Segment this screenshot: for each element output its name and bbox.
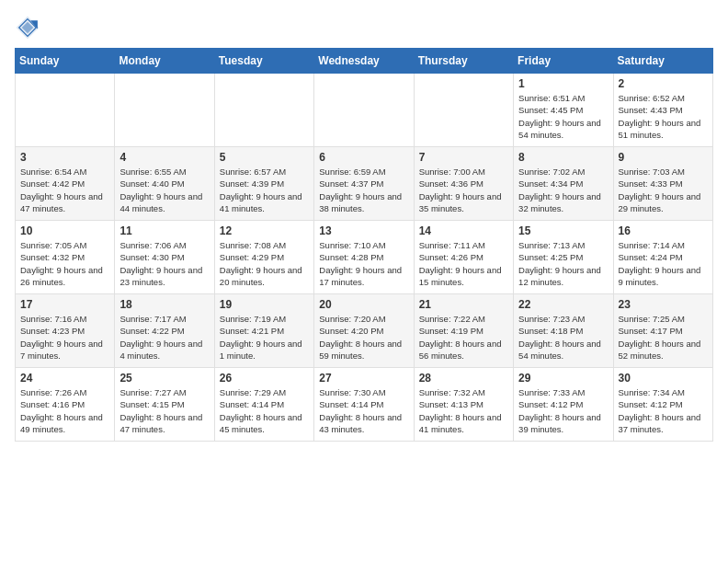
day-number: 23 [619, 298, 708, 311]
day-number: 3 [20, 151, 109, 164]
day-number: 11 [119, 224, 209, 237]
day-number: 25 [119, 372, 209, 385]
week-row-1: 3Sunrise: 6:54 AM Sunset: 4:42 PM Daylig… [16, 147, 713, 221]
day-number: 9 [619, 151, 708, 164]
day-info: Sunrise: 7:10 AM Sunset: 4:28 PM Dayligh… [319, 239, 408, 288]
logo [15, 15, 44, 40]
calendar-cell: 8Sunrise: 7:02 AM Sunset: 4:34 PM Daylig… [514, 147, 613, 221]
day-number: 2 [619, 77, 708, 90]
day-info: Sunrise: 6:59 AM Sunset: 4:37 PM Dayligh… [319, 166, 408, 214]
day-info: Sunrise: 7:11 AM Sunset: 4:26 PM Dayligh… [419, 239, 508, 288]
day-number: 22 [518, 298, 608, 311]
calendar-cell: 13Sunrise: 7:10 AM Sunset: 4:28 PM Dayli… [314, 221, 414, 294]
day-info: Sunrise: 7:25 AM Sunset: 4:17 PM Dayligh… [619, 313, 708, 362]
day-info: Sunrise: 7:27 AM Sunset: 4:15 PM Dayligh… [119, 386, 209, 435]
calendar-cell [16, 74, 115, 147]
day-number: 19 [220, 298, 309, 311]
calendar-cell [115, 74, 214, 147]
calendar-cell: 10Sunrise: 7:05 AM Sunset: 4:32 PM Dayli… [16, 221, 115, 294]
calendar-cell: 7Sunrise: 7:00 AM Sunset: 4:36 PM Daylig… [414, 147, 513, 221]
day-info: Sunrise: 7:05 AM Sunset: 4:32 PM Dayligh… [20, 239, 109, 288]
header-cell-saturday: Saturday [613, 49, 712, 74]
calendar-cell: 15Sunrise: 7:13 AM Sunset: 4:25 PM Dayli… [514, 221, 613, 294]
calendar-cell: 17Sunrise: 7:16 AM Sunset: 4:23 PM Dayli… [16, 294, 115, 368]
day-info: Sunrise: 7:14 AM Sunset: 4:24 PM Dayligh… [619, 239, 708, 288]
day-info: Sunrise: 7:02 AM Sunset: 4:34 PM Dayligh… [518, 166, 608, 214]
day-info: Sunrise: 7:08 AM Sunset: 4:29 PM Dayligh… [220, 239, 309, 288]
day-number: 7 [419, 151, 508, 164]
calendar-cell: 20Sunrise: 7:20 AM Sunset: 4:20 PM Dayli… [314, 294, 414, 368]
calendar-cell: 23Sunrise: 7:25 AM Sunset: 4:17 PM Dayli… [613, 294, 712, 368]
day-info: Sunrise: 7:22 AM Sunset: 4:19 PM Dayligh… [419, 313, 508, 362]
day-number: 10 [20, 224, 109, 237]
day-info: Sunrise: 7:23 AM Sunset: 4:18 PM Dayligh… [518, 313, 608, 362]
day-info: Sunrise: 6:54 AM Sunset: 4:42 PM Dayligh… [20, 166, 109, 214]
day-info: Sunrise: 7:00 AM Sunset: 4:36 PM Dayligh… [419, 166, 508, 214]
header-cell-thursday: Thursday [414, 49, 513, 74]
header [15, 15, 713, 40]
calendar-cell: 1Sunrise: 6:51 AM Sunset: 4:45 PM Daylig… [514, 74, 613, 147]
day-number: 20 [319, 298, 408, 311]
header-cell-tuesday: Tuesday [214, 49, 313, 74]
calendar-cell: 25Sunrise: 7:27 AM Sunset: 4:15 PM Dayli… [115, 368, 214, 442]
header-cell-sunday: Sunday [16, 49, 115, 74]
day-number: 26 [220, 372, 309, 385]
calendar-cell: 11Sunrise: 7:06 AM Sunset: 4:30 PM Dayli… [115, 221, 214, 294]
calendar-table: SundayMondayTuesdayWednesdayThursdayFrid… [15, 48, 713, 442]
calendar-cell [314, 74, 414, 147]
day-number: 4 [119, 151, 209, 164]
calendar-cell: 14Sunrise: 7:11 AM Sunset: 4:26 PM Dayli… [414, 221, 513, 294]
calendar-cell [214, 74, 313, 147]
day-info: Sunrise: 6:51 AM Sunset: 4:45 PM Dayligh… [518, 92, 608, 141]
day-number: 30 [619, 372, 708, 385]
day-info: Sunrise: 7:03 AM Sunset: 4:33 PM Dayligh… [619, 166, 708, 214]
calendar-cell: 29Sunrise: 7:33 AM Sunset: 4:12 PM Dayli… [514, 368, 613, 442]
header-cell-friday: Friday [514, 49, 613, 74]
week-row-4: 24Sunrise: 7:26 AM Sunset: 4:16 PM Dayli… [16, 368, 713, 442]
calendar-header: SundayMondayTuesdayWednesdayThursdayFrid… [16, 49, 713, 74]
day-info: Sunrise: 7:29 AM Sunset: 4:14 PM Dayligh… [220, 386, 309, 435]
day-number: 29 [518, 372, 608, 385]
week-row-2: 10Sunrise: 7:05 AM Sunset: 4:32 PM Dayli… [16, 221, 713, 294]
calendar-cell: 12Sunrise: 7:08 AM Sunset: 4:29 PM Dayli… [214, 221, 313, 294]
calendar-cell: 30Sunrise: 7:34 AM Sunset: 4:12 PM Dayli… [613, 368, 712, 442]
day-number: 27 [319, 372, 408, 385]
day-info: Sunrise: 6:55 AM Sunset: 4:40 PM Dayligh… [119, 166, 209, 214]
day-info: Sunrise: 7:19 AM Sunset: 4:21 PM Dayligh… [220, 313, 309, 362]
day-number: 15 [518, 224, 608, 237]
header-cell-wednesday: Wednesday [314, 49, 414, 74]
calendar-cell: 16Sunrise: 7:14 AM Sunset: 4:24 PM Dayli… [613, 221, 712, 294]
header-cell-monday: Monday [115, 49, 214, 74]
calendar-cell: 26Sunrise: 7:29 AM Sunset: 4:14 PM Dayli… [214, 368, 313, 442]
day-number: 6 [319, 151, 408, 164]
calendar-cell: 3Sunrise: 6:54 AM Sunset: 4:42 PM Daylig… [16, 147, 115, 221]
day-info: Sunrise: 7:32 AM Sunset: 4:13 PM Dayligh… [419, 386, 508, 435]
logo-icon [15, 15, 40, 40]
day-info: Sunrise: 7:13 AM Sunset: 4:25 PM Dayligh… [518, 239, 608, 288]
calendar-cell: 27Sunrise: 7:30 AM Sunset: 4:14 PM Dayli… [314, 368, 414, 442]
day-number: 17 [20, 298, 109, 311]
calendar-cell: 22Sunrise: 7:23 AM Sunset: 4:18 PM Dayli… [514, 294, 613, 368]
calendar-cell [414, 74, 513, 147]
day-info: Sunrise: 7:16 AM Sunset: 4:23 PM Dayligh… [20, 313, 109, 362]
calendar-cell: 24Sunrise: 7:26 AM Sunset: 4:16 PM Dayli… [16, 368, 115, 442]
day-number: 18 [119, 298, 209, 311]
header-row: SundayMondayTuesdayWednesdayThursdayFrid… [16, 49, 713, 74]
day-info: Sunrise: 7:06 AM Sunset: 4:30 PM Dayligh… [119, 239, 209, 288]
calendar-cell: 5Sunrise: 6:57 AM Sunset: 4:39 PM Daylig… [214, 147, 313, 221]
calendar-cell: 28Sunrise: 7:32 AM Sunset: 4:13 PM Dayli… [414, 368, 513, 442]
day-info: Sunrise: 6:57 AM Sunset: 4:39 PM Dayligh… [220, 166, 309, 214]
week-row-0: 1Sunrise: 6:51 AM Sunset: 4:45 PM Daylig… [16, 74, 713, 147]
day-info: Sunrise: 7:17 AM Sunset: 4:22 PM Dayligh… [119, 313, 209, 362]
day-number: 1 [518, 77, 608, 90]
calendar-cell: 4Sunrise: 6:55 AM Sunset: 4:40 PM Daylig… [115, 147, 214, 221]
day-info: Sunrise: 7:30 AM Sunset: 4:14 PM Dayligh… [319, 386, 408, 435]
calendar-cell: 21Sunrise: 7:22 AM Sunset: 4:19 PM Dayli… [414, 294, 513, 368]
day-info: Sunrise: 6:52 AM Sunset: 4:43 PM Dayligh… [619, 92, 708, 141]
day-info: Sunrise: 7:20 AM Sunset: 4:20 PM Dayligh… [319, 313, 408, 362]
day-number: 24 [20, 372, 109, 385]
calendar-cell: 19Sunrise: 7:19 AM Sunset: 4:21 PM Dayli… [214, 294, 313, 368]
day-number: 21 [419, 298, 508, 311]
week-row-3: 17Sunrise: 7:16 AM Sunset: 4:23 PM Dayli… [16, 294, 713, 368]
calendar-cell: 2Sunrise: 6:52 AM Sunset: 4:43 PM Daylig… [613, 74, 712, 147]
